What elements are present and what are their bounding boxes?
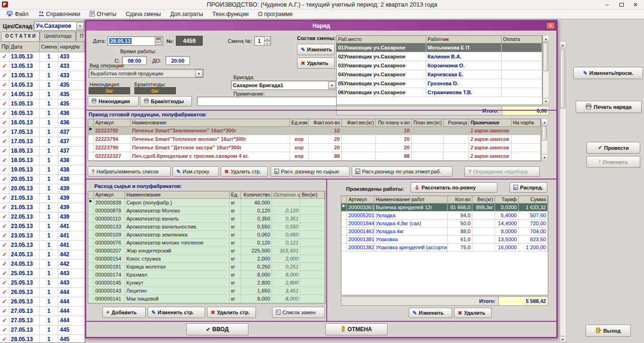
- menu-extra-costs[interactable]: Доп.затраты: [166, 10, 206, 18]
- prihod-delete-row-button[interactable]: ✖ Удалить стр.: [221, 166, 268, 177]
- workshop-select[interactable]: Уч.Сахарное ▼: [34, 21, 85, 31]
- menu-reports[interactable]: Отчеты: [86, 10, 120, 19]
- table-row[interactable]: ✓15.05.131435: [0, 99, 85, 109]
- menu-about[interactable]: О программе: [255, 10, 297, 18]
- tab-ceha-sklada[interactable]: Цеха/склада: [40, 32, 75, 41]
- table-row[interactable]: 000000076Ароматизатор молоко топленоекг0…: [88, 239, 325, 247]
- prihod-scrollbar[interactable]: ▲ ▼: [541, 119, 548, 161]
- shift-stepper[interactable]: 1 ▲ ▼: [254, 36, 271, 46]
- table-row[interactable]: 22223790Печенье Smart "Детское экстра" 1…: [88, 144, 541, 152]
- table-row[interactable]: ✓27.05.131445: [0, 326, 85, 335]
- table-row[interactable]: 200005201Укладка94,05,4000507,60: [341, 212, 548, 220]
- table-row[interactable]: 01Упаковщик уч.СахарноеМельникова Е П: [337, 43, 542, 52]
- calc-pack-diff-button[interactable]: Расч.разницу по упак.этикет.раб.: [352, 166, 453, 177]
- prihod-table[interactable]: АртикулНаименованиеЕд.измФакт.кол-воФакт…: [88, 119, 541, 161]
- table-row[interactable]: ✓13.05.131433: [0, 71, 85, 81]
- table-row[interactable]: ✓24.05.131442: [0, 260, 85, 269]
- table-row[interactable]: 22223792Печенье Smart"Земляничное" 16шт*…: [88, 127, 541, 135]
- team-table[interactable]: Раб.местоРаботникОплата 01Упаковщик уч.С…: [336, 35, 543, 105]
- table-row[interactable]: 000000109Ароматизатор земляникакг0,0600,…: [88, 231, 325, 239]
- scroll-up-icon[interactable]: ▲: [543, 36, 549, 42]
- scroll-down-icon[interactable]: ▼: [560, 336, 566, 343]
- table-row[interactable]: 000000154Кокос стружкакг2,0002,000: [88, 255, 325, 263]
- orders-scrollbar[interactable]: ▲ ▼: [559, 41, 566, 343]
- menu-shift-handover[interactable]: Сдача смены: [122, 10, 165, 18]
- team-delete-button[interactable]: ✖ Удалить: [297, 57, 335, 69]
- spin-down-icon[interactable]: ▼: [264, 41, 270, 46]
- works-table[interactable]: АртикулНаименование работКол-воВес(кг)Та…: [341, 196, 548, 295]
- table-row[interactable]: 000000174Крахмалкг8,0008,000: [88, 271, 325, 279]
- table-row[interactable]: ✓13.05.131433: [0, 52, 85, 62]
- table-row[interactable]: 000000133Ароматизатор ванильнослив.кг0,5…: [88, 223, 325, 231]
- table-row[interactable]: 05Упаковщик уч.СахарноеГрознова О.: [337, 79, 542, 88]
- table-row[interactable]: ✓22.05.131439: [0, 212, 85, 222]
- table-row[interactable]: 200003361Выпечка кренделей 12г81 666,089…: [341, 204, 548, 212]
- table-row[interactable]: ✓28.05.131445: [0, 335, 85, 343]
- table-row[interactable]: ✓27.05.131444: [0, 316, 85, 326]
- table-row[interactable]: ✓14.05.131435: [0, 90, 85, 99]
- table-row[interactable]: ✓18.05.131437: [0, 147, 85, 156]
- orders-table[interactable]: Пр.ДатаСменанаряд№ ✓13.05.131433✓13.05.1…: [0, 41, 85, 343]
- table-row[interactable]: 200001381Упаковка61,013,5000823,50: [341, 236, 548, 244]
- table-row[interactable]: 200001844Укладка 4,8кг (сах)50,014,40007…: [341, 220, 548, 228]
- table-row[interactable]: ✓26.05.131444: [0, 288, 85, 297]
- chevron-down-icon[interactable]: ▼: [328, 82, 336, 89]
- works-delete-button[interactable]: ✖ Удалить: [454, 308, 492, 318]
- chevron-down-icon[interactable]: ▼: [195, 70, 203, 77]
- table-row[interactable]: 200001463Укладка 4кг88,08,0000704,00: [341, 228, 548, 236]
- table-row[interactable]: ✓14.05.131435: [0, 81, 85, 90]
- table-row[interactable]: 000000143Лецитинкг1,6503,451: [88, 287, 325, 295]
- scroll-down-icon[interactable]: ▼: [543, 98, 549, 105]
- calc-evenly-button[interactable]: Рассчитать по-ровну: [411, 182, 497, 193]
- table-row[interactable]: ✓24.05.131442: [0, 250, 85, 260]
- scroll-up-icon[interactable]: ▲: [560, 42, 566, 49]
- brigade-select[interactable]: Сахарное Бригада1 ▼: [231, 81, 337, 90]
- table-row[interactable]: 03Упаковщик уч.СахарноеКорзинкина О.: [337, 61, 542, 70]
- dialog-titlebar[interactable]: Наряд ✕: [86, 21, 556, 31]
- menu-file[interactable]: Файл: [3, 10, 33, 19]
- edit-view-button[interactable]: ✎ Изменить/просм.: [573, 67, 643, 79]
- table-row[interactable]: 000000141Мак пищевойкг8,0008,000: [88, 295, 325, 303]
- table-row[interactable]: ✓23.05.131441: [0, 241, 85, 250]
- chevron-down-icon[interactable]: ▼: [76, 22, 84, 30]
- table-row[interactable]: ✓27.05.131444: [0, 307, 85, 316]
- table-row[interactable]: 02Упаковщик уч.СахарноеКалинин В.А.: [337, 52, 542, 61]
- table-row[interactable]: ✓25.05.131443: [0, 269, 85, 278]
- table-row[interactable]: 000000207Жир кондитерскийкг225,500315,50…: [88, 247, 325, 255]
- time-from-field[interactable]: 08:00: [122, 56, 147, 65]
- scroll-thumb[interactable]: [560, 49, 565, 108]
- team-scrollbar[interactable]: ▲ ▼: [543, 35, 549, 105]
- table-row[interactable]: ✓17.05.131437: [0, 137, 85, 147]
- table-row[interactable]: ✓26.05.131444: [0, 297, 85, 307]
- scroll-up-icon[interactable]: ▲: [542, 119, 547, 126]
- time-to-field[interactable]: 20:00: [165, 56, 190, 65]
- tab-ostatki[interactable]: О С Т А Т К И: [1, 32, 40, 41]
- prihod-list-button[interactable]: ? Набрать/изменить список: [88, 166, 171, 177]
- note-input[interactable]: [197, 97, 337, 106]
- table-row[interactable]: 022222327Печ.сдоб.Крендельки с тросник.с…: [88, 152, 541, 161]
- operation-select[interactable]: Выработка готовой продукции ▼: [89, 69, 204, 78]
- table-row[interactable]: ✓20.05.131438: [0, 175, 85, 184]
- table-row[interactable]: ✓18.05.131438: [0, 156, 85, 165]
- substitution-list-button[interactable]: Список замен: [272, 307, 325, 318]
- ok-button[interactable]: ✔ ВВОД: [186, 323, 248, 335]
- distribute-button[interactable]: Распред.: [510, 182, 547, 193]
- rashod-delete-button[interactable]: ✖ Удалить стр.: [207, 307, 256, 318]
- print-order-button[interactable]: Печать наряда: [576, 101, 642, 113]
- table-row[interactable]: ✓16.05.131436: [0, 109, 85, 118]
- menu-references[interactable]: Справочники: [34, 10, 84, 19]
- rashod-edit-button[interactable]: ✎ Изменить стр.: [148, 307, 205, 318]
- table-row[interactable]: 000000878Ароматизатор Молококг0,1200,120: [88, 207, 325, 215]
- table-row[interactable]: ✓21.05.131439: [0, 194, 85, 203]
- maximize-button[interactable]: [615, 0, 628, 9]
- close-button[interactable]: ✕: [629, 0, 642, 9]
- menu-tech-functions[interactable]: Техн.функции: [209, 10, 253, 18]
- works-edit-button[interactable]: ✎ Изменить: [409, 308, 452, 318]
- calendar-icon[interactable]: [155, 37, 162, 45]
- table-row[interactable]: ✓23.05.131441: [0, 222, 85, 231]
- dialog-close-button[interactable]: ✕: [546, 22, 555, 29]
- table-row[interactable]: 200001382Упаковка кренделей (ассорти75,0…: [341, 244, 548, 252]
- table-row[interactable]: ✓16.05.131436: [0, 118, 85, 128]
- table-row[interactable]: 22223794Печенье Smart"Топленое молоко" 1…: [88, 135, 541, 144]
- table-row[interactable]: ✓19.05.131438: [0, 165, 85, 175]
